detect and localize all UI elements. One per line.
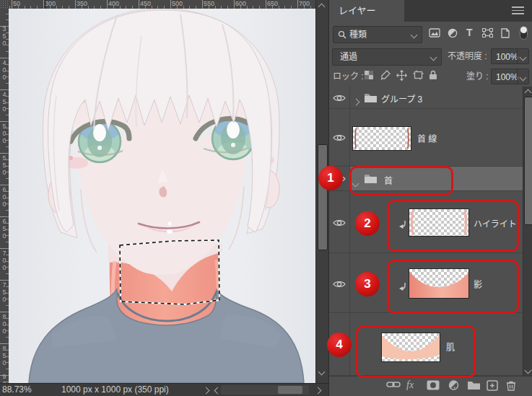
chevron-down-icon[interactable]: [520, 74, 527, 82]
divider: [517, 49, 518, 63]
opacity-label: 不透明度 :: [448, 48, 487, 64]
filter-type-select[interactable]: 種類: [333, 26, 422, 43]
filter-shape-layers-icon[interactable]: [482, 28, 493, 38]
lock-label: ロック :: [333, 69, 364, 84]
canvas-horizontal-scrollbar[interactable]: [221, 385, 309, 395]
lock-transparency-icon[interactable]: [364, 70, 374, 80]
expand-collapsed-icon[interactable]: [354, 94, 361, 102]
ruler-tick-label: 700: [1, 250, 8, 271]
layer-name[interactable]: グループ 3: [381, 92, 422, 105]
ruler-tick-label: 650: [267, 0, 278, 8]
scroll-right-icon[interactable]: [315, 387, 322, 395]
ruler-tick-label: 800: [1, 313, 8, 335]
new-group-icon[interactable]: [467, 380, 481, 390]
layer-thumbnail-neck-line[interactable]: [352, 126, 411, 151]
lock-position-icon[interactable]: [396, 70, 407, 81]
add-layer-mask-icon[interactable]: [427, 380, 440, 390]
ruler-tick-label: 550: [1, 154, 8, 176]
ruler-tick-label: 850: [1, 345, 8, 366]
layer-effects-icon[interactable]: fx: [406, 379, 414, 391]
ruler-tick-label: 700: [299, 0, 310, 8]
status-options-icon[interactable]: [203, 387, 210, 395]
scroll-left-icon[interactable]: [214, 387, 222, 395]
ruler-tick-label: 300: [45, 0, 56, 8]
divider: [517, 69, 518, 84]
photoshop-window: 50 300 350 400 450 500 550 600 650 700 3…: [0, 0, 532, 396]
opacity-input[interactable]: 100%: [491, 48, 529, 64]
layers-scroll-thumb[interactable]: [524, 97, 532, 225]
canvas-illustration[interactable]: [9, 9, 315, 383]
annotation-box-skin: [356, 325, 476, 378]
tab-layers[interactable]: レイヤー: [329, 0, 404, 22]
ruler-tick-label: 350: [1, 25, 8, 47]
ruler-tick-label: 600: [235, 0, 246, 8]
scroll-up-icon[interactable]: [318, 4, 326, 11]
layers-panel-toolbar: fx: [329, 376, 532, 396]
search-icon: [338, 30, 346, 39]
ruler-tick-label: 500: [1, 123, 8, 144]
folder-icon: [364, 92, 378, 103]
lock-artboard-icon[interactable]: [413, 70, 424, 80]
filter-adjustment-layers-icon[interactable]: [448, 28, 458, 38]
adjustment-layer-icon[interactable]: [448, 380, 459, 391]
scroll-up-icon[interactable]: [525, 89, 532, 97]
zoom-level-field[interactable]: 88.73%: [2, 384, 32, 395]
visibility-eye-icon[interactable]: [333, 94, 347, 102]
chevron-down-icon: [411, 32, 418, 39]
filter-toggle-icon[interactable]: [520, 26, 528, 40]
annotation-step-1: 1: [318, 166, 343, 190]
new-layer-icon[interactable]: [487, 380, 498, 391]
document-info: 1000 px x 1000 px (350 ppi): [61, 384, 169, 395]
blend-mode-value: 通過: [340, 49, 357, 65]
delete-layer-icon[interactable]: [506, 380, 516, 391]
panel-menu-icon[interactable]: [512, 6, 524, 14]
lock-all-icon[interactable]: [429, 70, 437, 80]
scroll-down-icon[interactable]: [525, 367, 532, 374]
blend-mode-select[interactable]: 通過: [332, 48, 442, 66]
fill-input[interactable]: 100%: [491, 69, 529, 84]
visibility-eye-icon[interactable]: [333, 280, 347, 289]
ruler-tick-label: 550: [204, 0, 214, 8]
opacity-value: 100%: [496, 49, 518, 65]
document-area: 50 300 350 400 450 500 550 600 650 700 3…: [0, 0, 328, 396]
filter-type-value: 種類: [349, 27, 367, 43]
panel-header: レイヤー: [329, 0, 532, 22]
layer-row-neck-line[interactable]: 首 線: [329, 109, 523, 167]
horizontal-scroll-thumb[interactable]: [278, 386, 302, 394]
layers-list-scrollbar[interactable]: [523, 87, 532, 376]
layer-row-group3[interactable]: グループ 3: [329, 87, 523, 109]
ruler-tick-label: 450: [140, 0, 151, 8]
ruler-tick-label: 350: [77, 0, 87, 8]
visibility-eye-icon[interactable]: [333, 219, 347, 227]
ruler-tick-label: 50: [13, 0, 20, 8]
chevron-down-icon[interactable]: [520, 54, 527, 61]
canvas-vertical-scrollbar[interactable]: [315, 0, 328, 383]
vertical-scroll-thumb[interactable]: [318, 144, 328, 250]
annotation-step-4: 4: [327, 333, 352, 357]
layer-name[interactable]: 首 線: [417, 132, 437, 144]
annotation-step-3: 3: [355, 272, 380, 296]
fill-label: 塗り :: [466, 69, 489, 84]
scroll-down-icon[interactable]: [318, 369, 326, 376]
filter-pixel-layers-icon[interactable]: [429, 28, 440, 38]
ruler-cursor-position-marker: [45, 0, 45, 9]
lock-pixels-icon[interactable]: [380, 70, 391, 80]
divider: [349, 109, 350, 166]
fill-value: 100%: [496, 69, 518, 85]
artwork: [9, 9, 315, 383]
divider: [349, 253, 350, 312]
divider: [349, 191, 350, 252]
link-layers-icon[interactable]: [386, 380, 401, 389]
chevron-down-icon: [430, 54, 437, 61]
ruler-tick-label: 400: [108, 0, 119, 8]
filter-type-layers-icon[interactable]: T: [466, 27, 473, 38]
blend-mode-row: 通過 不透明度 : 100%: [329, 46, 532, 66]
ruler-tick-label: 650: [1, 218, 8, 239]
annotation-box-highlight: [387, 200, 519, 252]
document-status-bar: 88.73% 1000 px x 1000 px (350 ppi): [0, 383, 328, 396]
filter-smart-objects-icon[interactable]: [501, 28, 510, 38]
visibility-eye-icon[interactable]: [333, 133, 347, 142]
annotation-box-neck-group: [349, 166, 453, 195]
ruler-tick-label: 500: [172, 0, 183, 8]
ruler-tick-label: 400: [1, 59, 8, 81]
